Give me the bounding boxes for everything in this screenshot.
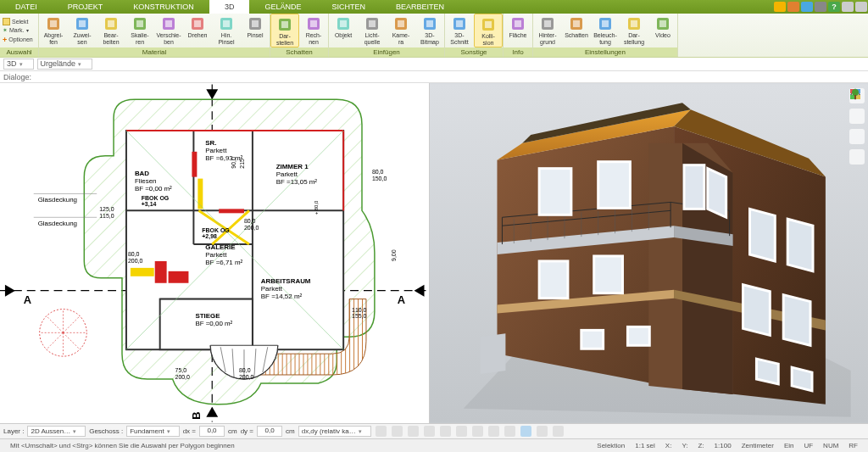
svg-text:90,0: 90,0 xyxy=(231,157,236,169)
svg-rect-7 xyxy=(136,20,143,27)
ribbon-btn-label: Video xyxy=(655,32,670,39)
terrain-select[interactable]: Urgelände xyxy=(37,59,93,70)
svg-text:200,0: 200,0 xyxy=(128,258,143,264)
menu-tab-bearbeiten[interactable]: BEARBEITEN xyxy=(381,0,459,14)
svg-point-174 xyxy=(852,89,859,96)
ribbon-btn-dschnitt[interactable]: 3D-Schnitt xyxy=(445,14,474,47)
opt-optionen[interactable]: +Optionen xyxy=(3,36,36,44)
ribbon-btn-objekt[interactable]: Objekt xyxy=(329,14,358,47)
status-selektion: Selektion xyxy=(597,442,625,449)
ribbon-btn-label: Zuwei-sen xyxy=(73,32,91,46)
tool-icon[interactable] xyxy=(408,426,419,437)
opt-mark[interactable]: ✶Mark.▾ xyxy=(3,27,36,34)
svg-text:SR.: SR. xyxy=(205,139,216,147)
ribbon-btn-flche[interactable]: Fläche xyxy=(504,14,532,47)
ribbon-btn-kollision[interactable]: Kolli-sion xyxy=(474,14,503,47)
geschoss-select[interactable]: Fundament xyxy=(126,426,179,437)
svg-rect-5 xyxy=(108,20,114,27)
ribbon-btn-beleuchtung[interactable]: Beleuch-tung xyxy=(591,14,620,47)
svg-text:STIEGE: STIEGE xyxy=(195,312,220,320)
dy-input[interactable]: 0,0 xyxy=(257,426,282,437)
toolbar-icon[interactable] xyxy=(855,2,867,12)
ribbon-btn-darstellung[interactable]: Dar-stellung xyxy=(620,14,648,47)
svg-rect-29 xyxy=(456,20,463,27)
ribbon-btn-pinsel[interactable]: Pinsel xyxy=(241,14,270,47)
ribbon-icon xyxy=(422,16,437,31)
menu-tab-projekt[interactable]: PROJEKT xyxy=(53,0,119,14)
status-z: Z: xyxy=(698,442,704,449)
status-scale: 1:1 sel xyxy=(635,442,655,449)
ribbon-btn-darstellen[interactable]: Dar-stellen xyxy=(270,14,299,47)
ribbon-btn-kamera[interactable]: Kame-ra xyxy=(387,14,415,47)
svg-text:75,0: 75,0 xyxy=(175,367,187,373)
tool-icon[interactable] xyxy=(392,426,403,437)
ribbon-btn-video[interactable]: Video xyxy=(648,14,677,47)
svg-marker-165 xyxy=(784,295,811,346)
ribbon-btn-verschieben[interactable]: Verschie-ben xyxy=(154,14,183,47)
ribbon-btn-bearbeiten[interactable]: Bear-beiten xyxy=(97,14,125,47)
ribbon-btn-schatten[interactable]: Schatten xyxy=(562,14,591,47)
toolbar-icon[interactable] xyxy=(787,2,799,12)
3d-view-pane[interactable] xyxy=(430,83,868,423)
help-icon[interactable]: ? xyxy=(828,2,840,12)
menu-tab-konstruktion[interactable]: KONSTRUKTION xyxy=(118,0,209,14)
svg-rect-43 xyxy=(659,20,666,27)
layer-select[interactable]: 2D Aussen… xyxy=(27,426,86,437)
svg-marker-163 xyxy=(788,219,814,271)
opt-selekt[interactable]: Selekt xyxy=(3,18,36,25)
tool-icon[interactable] xyxy=(488,426,499,437)
menu-tab-sichten[interactable]: SICHTEN xyxy=(316,0,381,14)
svg-rect-27 xyxy=(426,20,433,27)
ribbon-icon xyxy=(103,16,119,31)
svg-marker-162 xyxy=(750,209,776,261)
ribbon-btn-label: Verschie-ben xyxy=(156,32,181,46)
section-label-a: A xyxy=(24,293,31,306)
tool-icon[interactable] xyxy=(520,426,531,437)
tool-icon[interactable] xyxy=(553,426,564,437)
status-y: Y: xyxy=(682,442,687,449)
toolbar-icon[interactable] xyxy=(842,2,854,12)
ribbon-btn-drehen[interactable]: Drehen xyxy=(183,14,212,47)
ribbon-btn-zuweisen[interactable]: Zuwei-sen xyxy=(68,14,97,47)
svg-rect-9 xyxy=(165,20,172,27)
ribbon-btn-dbitmap[interactable]: 3D-Bitmap xyxy=(415,14,444,47)
ribbon-btn-hintergrund[interactable]: Hinter-grund xyxy=(533,14,562,47)
menu-tab-3d[interactable]: 3D xyxy=(209,0,250,14)
dx-input[interactable]: 0,0 xyxy=(199,426,225,437)
ribbon-icon xyxy=(569,16,584,31)
view-select[interactable]: 3D xyxy=(3,59,34,70)
ribbon-btn-hinpinsel[interactable]: Hin.Pinsel xyxy=(212,14,241,47)
tree-icon[interactable] xyxy=(849,149,865,165)
ribbon-btn-abgreifen[interactable]: Abgrei-fen xyxy=(39,14,68,47)
ribbon-btn-lichtquelle[interactable]: Licht-quelle xyxy=(358,14,387,47)
floorplan-pane[interactable]: A A B xyxy=(0,83,430,423)
menu-tab-gelaende[interactable]: GELÄNDE xyxy=(249,0,316,14)
tool-icon[interactable] xyxy=(424,426,435,437)
svg-line-85 xyxy=(63,315,80,332)
svg-marker-153 xyxy=(481,333,506,374)
svg-text:Parkett: Parkett xyxy=(276,170,298,178)
coord-mode-select[interactable]: dx,dy (relativ ka… xyxy=(298,426,371,437)
tool-icon[interactable] xyxy=(376,426,387,437)
status-ratio: 1:100 xyxy=(715,442,732,449)
svg-marker-167 xyxy=(793,367,813,391)
tool-icon[interactable] xyxy=(456,426,467,437)
svg-text:BF =6,71 m²: BF =6,71 m² xyxy=(205,259,242,266)
toolbar-icon[interactable] xyxy=(801,2,813,12)
svg-marker-48 xyxy=(415,285,425,297)
tool-icon[interactable] xyxy=(440,426,451,437)
tool-icon[interactable] xyxy=(504,426,515,437)
ribbon-btn-label: Abgrei-fen xyxy=(44,32,64,46)
ribbon-btn-label: Hinter-grund xyxy=(538,32,556,46)
svg-text:Parkett: Parkett xyxy=(205,147,227,154)
tool-icon[interactable] xyxy=(537,426,548,437)
tool-icon[interactable] xyxy=(472,426,483,437)
ribbon-btn-rechnen[interactable]: Rech-nen xyxy=(299,14,328,47)
menu-tab-datei[interactable]: DATEI xyxy=(0,0,53,14)
ribbon-btn-label: Dar-stellung xyxy=(624,32,644,46)
toolbar-icon[interactable] xyxy=(815,2,826,12)
toolbar-icon[interactable] xyxy=(774,2,786,12)
ribbon-btn-skalieren[interactable]: Skalie-ren xyxy=(125,14,154,47)
svg-marker-164 xyxy=(743,285,771,336)
ribbon-group-label: Einstellungen xyxy=(533,47,677,57)
